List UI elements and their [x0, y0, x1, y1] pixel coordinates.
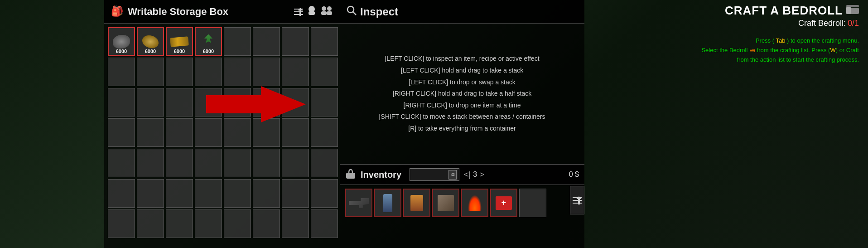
grid-cell-4[interactable] — [224, 27, 251, 56]
grid-cell-31[interactable] — [311, 118, 338, 147]
grid-cell-51[interactable] — [195, 209, 222, 238]
prev-page-button[interactable]: <| — [464, 170, 471, 180]
coins-icon: $ — [575, 170, 579, 178]
current-page: 3 — [473, 170, 477, 179]
grid-cell-44[interactable] — [224, 179, 251, 208]
svg-rect-19 — [846, 5, 859, 7]
grid-cell-32[interactable] — [108, 149, 135, 177]
grid-cell-47[interactable] — [311, 179, 338, 208]
grid-cell-10[interactable] — [166, 58, 193, 86]
grid-cell-25[interactable] — [137, 118, 164, 147]
sort-icon-3[interactable] — [320, 6, 333, 17]
grid-cell-0[interactable]: 6000 — [108, 27, 135, 56]
svg-point-6 — [322, 6, 326, 11]
grid-cell-9[interactable] — [137, 58, 164, 86]
grid-cell-14[interactable] — [282, 58, 309, 86]
sort-icon-2[interactable] — [307, 6, 317, 17]
next-page-button[interactable]: > — [479, 170, 484, 180]
search-clear-button[interactable]: ⌫ — [448, 170, 457, 180]
grid-cell-53[interactable] — [253, 209, 280, 238]
search-box[interactable]: ⌫ — [410, 168, 459, 181]
grid-cell-17[interactable] — [137, 88, 164, 117]
grid-cell-24[interactable] — [108, 118, 135, 147]
inv-cell-1[interactable] — [374, 189, 401, 217]
grid-cell-55[interactable] — [311, 209, 338, 238]
grid-cell-49[interactable] — [137, 209, 164, 238]
grid-cell-37[interactable] — [253, 149, 280, 177]
grid-cell-23[interactable] — [311, 88, 338, 117]
grid-cell-43[interactable] — [195, 179, 222, 208]
grid-cell-52[interactable] — [224, 209, 251, 238]
svg-rect-5 — [309, 11, 315, 15]
item-plant — [202, 34, 215, 49]
item-rock — [113, 35, 130, 49]
inv-cell-4[interactable] — [461, 189, 488, 217]
inventory-label: Inventory — [361, 170, 401, 180]
svg-rect-18 — [846, 7, 851, 14]
craft-from-text: from the crafting list. Press ( — [757, 47, 830, 53]
inspect-line-2: [LEFT CLICK] to drop or swap a stack — [351, 78, 573, 87]
craft-progress: 0/1 — [848, 19, 859, 28]
craft-select-text: Select the Bedroll — [701, 47, 747, 53]
grid-cell-28[interactable] — [224, 118, 251, 147]
inspect-line-1: [LEFT CLICK] hold and drag to take a sta… — [351, 66, 573, 75]
inv-cell-6[interactable] — [519, 189, 546, 217]
grid-cell-35[interactable] — [195, 149, 222, 177]
inspect-line-4: [RIGHT CLICK] to drop one item at a time — [351, 101, 573, 110]
craft-inst-line-2: Select the Bedroll 🛏 from the crafting l… — [632, 46, 859, 55]
craft-instructions: Press ( Tab ) to open the crafting menu.… — [632, 36, 859, 64]
craft-main-title: CRAFT A BEDROLL — [725, 4, 843, 18]
grid-cell-15[interactable] — [311, 58, 338, 86]
grid-cell-50[interactable] — [166, 209, 193, 238]
grid-cell-38[interactable] — [282, 149, 309, 177]
craft-panel: CRAFT A BEDROLL Craft Bedroll: 0/1 Press… — [596, 0, 868, 248]
svg-point-4 — [309, 6, 315, 12]
inv-cell-2[interactable] — [403, 189, 430, 217]
storage-bag-icon: 🎒 — [111, 5, 123, 18]
grid-cell-26[interactable] — [166, 118, 193, 147]
grid-cell-36[interactable] — [224, 149, 251, 177]
grid-cell-46[interactable] — [282, 179, 309, 208]
grid-cell-16[interactable] — [108, 88, 135, 117]
grid-cell-48[interactable] — [108, 209, 135, 238]
inspect-line-6: [R] to take everything from a container — [351, 124, 573, 133]
inventory-grid — [340, 185, 571, 221]
grid-cell-18[interactable] — [166, 88, 193, 117]
grid-cell-29[interactable] — [253, 118, 280, 147]
svg-rect-8 — [321, 11, 327, 15]
grid-cell-54[interactable] — [282, 209, 309, 238]
grid-cell-39[interactable] — [311, 149, 338, 177]
grid-cell-13[interactable] — [253, 58, 280, 86]
svg-rect-12 — [346, 173, 355, 179]
inventory-header: Inventory ⌫ <| 3 > 0 $ — [340, 164, 584, 185]
grid-cell-6[interactable] — [282, 27, 309, 56]
grid-cell-45[interactable] — [253, 179, 280, 208]
grid-cell-2[interactable]: 6000 — [166, 27, 193, 56]
inv-item-medkit — [496, 196, 512, 210]
item-count-2: 6000 — [167, 49, 192, 54]
inv-cell-0[interactable] — [345, 189, 372, 217]
grid-cell-34[interactable] — [166, 149, 193, 177]
grid-cell-11[interactable] — [195, 58, 222, 86]
inv-cell-3[interactable] — [432, 189, 459, 217]
storage-header: 🎒 Writable Storage Box — [104, 0, 340, 24]
craft-press-text: Press ( — [756, 37, 774, 44]
grid-cell-12[interactable] — [224, 58, 251, 86]
grid-cell-42[interactable] — [166, 179, 193, 208]
grid-cell-3[interactable]: 6000 — [195, 27, 222, 56]
grid-cell-27[interactable] — [195, 118, 222, 147]
sort-icon-1[interactable] — [294, 8, 303, 16]
inventory-sort-button[interactable] — [570, 186, 584, 214]
grid-cell-30[interactable] — [282, 118, 309, 147]
grid-cell-8[interactable] — [108, 58, 135, 86]
grid-cell-5[interactable] — [253, 27, 280, 56]
grid-cell-41[interactable] — [137, 179, 164, 208]
grid-cell-1[interactable]: 6000 — [137, 27, 164, 56]
inv-cell-5[interactable] — [490, 189, 517, 217]
grid-cell-33[interactable] — [137, 149, 164, 177]
inv-item-box — [438, 195, 454, 211]
grid-cell-40[interactable] — [108, 179, 135, 208]
grid-cell-7[interactable] — [311, 27, 338, 56]
inspect-line-3: [RIGHT CLICK] hold and drag to take a ha… — [351, 89, 573, 98]
svg-rect-1 — [294, 11, 303, 12]
